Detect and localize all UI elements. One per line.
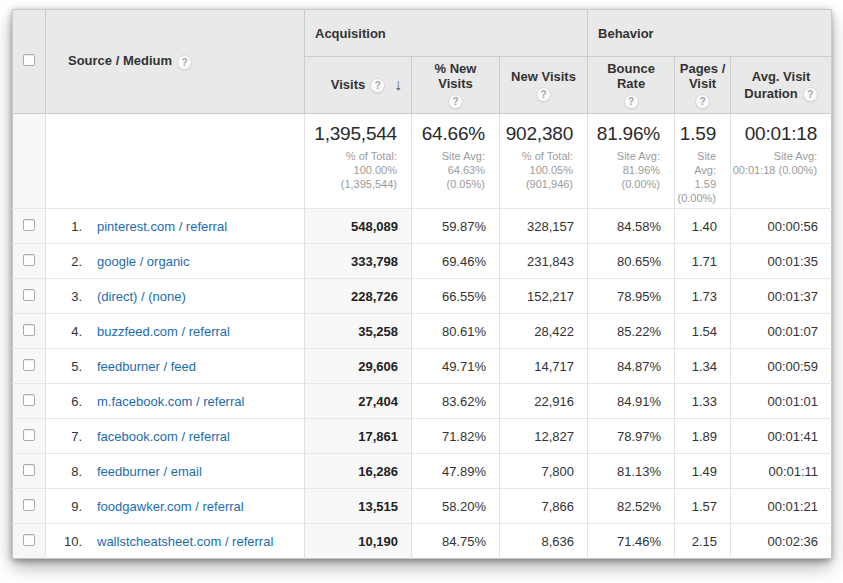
row-checkbox[interactable] — [23, 324, 35, 336]
bounce-rate-value: 84.91% — [588, 384, 675, 419]
column-header-visits[interactable]: Visits? ↓ — [305, 57, 412, 114]
help-icon[interactable]: ? — [370, 78, 385, 93]
source-medium-link[interactable]: feedburner / feed — [97, 359, 196, 374]
row-checkbox-cell — [13, 314, 46, 349]
help-icon[interactable]: ? — [448, 94, 463, 109]
row-rank: 10. — [58, 534, 82, 549]
source-medium-link[interactable]: facebook.com / referral — [97, 429, 230, 444]
totals-avg-duration-subnote: Site Avg: 00:01:18 (0.00%) — [732, 149, 830, 177]
row-checkbox[interactable] — [23, 429, 35, 441]
bounce-rate-value: 82.52% — [588, 489, 675, 524]
totals-avg-duration-value: 00:01:18 — [732, 123, 830, 145]
visits-value: 228,726 — [305, 279, 412, 314]
pct-new-visits-value: 84.75% — [412, 524, 500, 559]
totals-new-visits-value: 902,380 — [501, 123, 586, 145]
row-checkbox[interactable] — [23, 394, 35, 406]
row-checkbox[interactable] — [23, 499, 35, 511]
row-rank: 4. — [58, 324, 82, 339]
column-header-bounce-rate[interactable]: Bounce Rate ? — [588, 57, 675, 114]
row-checkbox[interactable] — [23, 289, 35, 301]
source-medium-link[interactable]: wallstcheatsheet.com / referral — [97, 534, 273, 549]
row-checkbox-cell — [13, 244, 46, 279]
source-medium-table: Source / Medium? Acquisition Behavior Vi… — [12, 9, 832, 559]
pages-visit-label: Pages / Visit — [679, 61, 726, 91]
bounce-rate-value: 71.46% — [588, 524, 675, 559]
visits-value: 10,190 — [305, 524, 412, 559]
source-cell: 5.feedburner / feed — [46, 349, 305, 384]
visits-value: 333,798 — [305, 244, 412, 279]
avg-duration-value: 00:01:35 — [731, 244, 832, 279]
avg-duration-value: 00:02:36 — [731, 524, 832, 559]
help-icon[interactable]: ? — [536, 87, 551, 102]
new-visits-value: 7,800 — [500, 454, 588, 489]
row-checkbox[interactable] — [23, 254, 35, 266]
row-rank: 1. — [58, 219, 82, 234]
source-cell: 1.pinterest.com / referral — [46, 209, 305, 244]
source-medium-link[interactable]: (direct) / (none) — [97, 289, 186, 304]
source-medium-link[interactable]: buzzfeed.com / referral — [97, 324, 230, 339]
pct-new-visits-value: 71.82% — [412, 419, 500, 454]
help-icon[interactable]: ? — [803, 87, 818, 102]
row-rank: 8. — [58, 464, 82, 479]
totals-visits: 1,395,544 % of Total: 100.00% (1,395,544… — [305, 114, 412, 209]
column-header-pages-visit[interactable]: Pages / Visit ? — [675, 57, 731, 114]
pages-visit-value: 2.15 — [675, 524, 731, 559]
row-checkbox[interactable] — [23, 534, 35, 546]
table-row: 3.(direct) / (none) 228,726 66.55% 152,2… — [13, 279, 832, 314]
column-header-pct-new-visits[interactable]: % New Visits ? — [412, 57, 500, 114]
group-header-row: Source / Medium? Acquisition Behavior — [13, 10, 832, 57]
row-rank: 5. — [58, 359, 82, 374]
column-header-source-medium[interactable]: Source / Medium? — [46, 10, 305, 114]
visits-value: 27,404 — [305, 384, 412, 419]
pages-visit-value: 1.57 — [675, 489, 731, 524]
pct-new-visits-value: 80.61% — [412, 314, 500, 349]
row-checkbox-cell — [13, 524, 46, 559]
source-medium-link[interactable]: pinterest.com / referral — [97, 219, 227, 234]
totals-pages-visit-value: 1.59 — [676, 123, 729, 145]
totals-pages-visit-subnote: Site Avg: 1.59 (0.00%) — [676, 149, 729, 205]
help-icon[interactable]: ? — [695, 94, 710, 109]
row-checkbox-cell — [13, 349, 46, 384]
column-header-avg-visit-duration[interactable]: Avg. Visit Duration? — [731, 57, 832, 114]
pages-visit-value: 1.89 — [675, 419, 731, 454]
row-rank: 9. — [58, 499, 82, 514]
row-checkbox[interactable] — [23, 359, 35, 371]
totals-source-cell — [46, 114, 305, 209]
table-row: 10.wallstcheatsheet.com / referral 10,19… — [13, 524, 832, 559]
visits-value: 13,515 — [305, 489, 412, 524]
source-medium-link[interactable]: google / organic — [97, 254, 190, 269]
visits-value: 29,606 — [305, 349, 412, 384]
bounce-rate-value: 81.13% — [588, 454, 675, 489]
group-header-acquisition: Acquisition — [305, 10, 588, 57]
pct-new-visits-value: 69.46% — [412, 244, 500, 279]
source-medium-link[interactable]: m.facebook.com / referral — [97, 394, 244, 409]
avg-duration-value: 00:01:01 — [731, 384, 832, 419]
help-icon[interactable]: ? — [624, 94, 639, 109]
row-checkbox-cell — [13, 419, 46, 454]
source-cell: 3.(direct) / (none) — [46, 279, 305, 314]
sort-descending-icon: ↓ — [394, 76, 402, 94]
table-row: 6.m.facebook.com / referral 27,404 83.62… — [13, 384, 832, 419]
table-row: 7.facebook.com / referral 17,861 71.82% … — [13, 419, 832, 454]
column-header-new-visits[interactable]: New Visits ? — [500, 57, 588, 114]
row-checkbox[interactable] — [23, 464, 35, 476]
table-row: 5.feedburner / feed 29,606 49.71% 14,717… — [13, 349, 832, 384]
source-medium-link[interactable]: feedburner / email — [97, 464, 202, 479]
source-cell: 9.foodgawker.com / referral — [46, 489, 305, 524]
row-rank: 2. — [58, 254, 82, 269]
pct-new-visits-value: 47.89% — [412, 454, 500, 489]
row-checkbox-cell — [13, 384, 46, 419]
select-all-checkbox[interactable] — [23, 54, 35, 66]
avg-duration-value: 00:00:59 — [731, 349, 832, 384]
help-icon[interactable]: ? — [177, 55, 192, 70]
avg-duration-value: 00:01:07 — [731, 314, 832, 349]
new-visits-label: New Visits — [511, 69, 576, 84]
source-cell: 4.buzzfeed.com / referral — [46, 314, 305, 349]
source-medium-link[interactable]: foodgawker.com / referral — [97, 499, 244, 514]
pct-new-visits-value: 66.55% — [412, 279, 500, 314]
row-checkbox-cell — [13, 489, 46, 524]
row-checkbox[interactable] — [23, 219, 35, 231]
source-cell: 8.feedburner / email — [46, 454, 305, 489]
totals-bounce-rate: 81.96% Site Avg: 81.96% (0.00%) — [588, 114, 675, 209]
new-visits-value: 12,827 — [500, 419, 588, 454]
